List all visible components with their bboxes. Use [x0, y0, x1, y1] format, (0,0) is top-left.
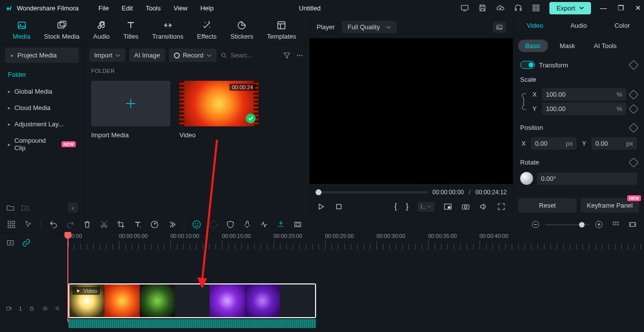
sidebar-item-cloud-media[interactable]: Cloud Media	[0, 100, 84, 116]
keyframe-diamond-icon[interactable]	[629, 90, 639, 100]
keyframe-diamond-icon[interactable]	[629, 123, 639, 133]
transform-toggle[interactable]	[520, 61, 535, 69]
redo-icon[interactable]	[66, 220, 75, 229]
zoom-in-icon[interactable]	[594, 220, 603, 229]
frame-icon[interactable]	[293, 220, 302, 229]
new-bin-icon[interactable]	[21, 203, 30, 212]
pos-x-input[interactable]: 0.00px	[531, 137, 577, 150]
new-folder-icon[interactable]	[6, 203, 15, 212]
grid-view-icon[interactable]	[611, 220, 620, 229]
record-button[interactable]: Record	[169, 49, 216, 62]
add-track-icon[interactable]	[6, 238, 15, 247]
audio-sync-icon[interactable]	[260, 220, 268, 229]
snapshot-button[interactable]	[493, 22, 506, 33]
menu-help[interactable]: Help	[200, 4, 214, 12]
tab-audio[interactable]: Audio	[93, 20, 109, 40]
maximize-button[interactable]: ❐	[618, 4, 624, 12]
menu-edit[interactable]: Edit	[122, 4, 133, 12]
export-button[interactable]: Export	[549, 2, 591, 14]
subtab-ai-tools[interactable]: AI Tools	[587, 40, 624, 52]
quality-select[interactable]: Full Quality	[342, 21, 397, 33]
close-button[interactable]: ✕	[635, 4, 641, 12]
sidebar-header[interactable]: Project Media	[5, 48, 79, 63]
cloud-icon[interactable]	[496, 3, 505, 12]
keyframe-diamond-icon[interactable]	[629, 104, 639, 114]
timeline-clip-video[interactable]: Video	[68, 283, 316, 318]
marker-icon[interactable]	[276, 220, 285, 229]
play-button[interactable]	[317, 202, 325, 211]
tab-titles[interactable]: Titles	[123, 20, 139, 40]
scale-x-input[interactable]: 100.00%	[542, 88, 626, 101]
display-icon[interactable]	[460, 3, 469, 12]
cut-icon[interactable]	[100, 220, 108, 229]
mark-out-button[interactable]: }	[406, 202, 408, 211]
tab-transitions[interactable]: Transitions	[152, 20, 183, 40]
text-icon[interactable]	[133, 220, 142, 229]
tab-templates[interactable]: Templates	[267, 20, 296, 40]
color-wheel-icon[interactable]	[209, 220, 218, 229]
more-tools-icon[interactable]	[167, 220, 176, 229]
keyframe-panel-button[interactable]: Keyframe PanelNEW	[581, 198, 639, 213]
zoom-out-icon[interactable]	[531, 220, 540, 229]
timeline-ruler[interactable]: 00:00 00:00:05:00 00:00:10:00 00:00:15:0…	[67, 233, 644, 251]
filter-icon[interactable]	[282, 51, 291, 60]
import-button[interactable]: Import	[89, 49, 125, 62]
link-icon[interactable]	[22, 238, 31, 247]
rotate-input[interactable]: 0.00°	[537, 172, 637, 185]
timeline-tracks[interactable]: 00:00 00:00:05:00 00:00:10:00 00:00:15:0…	[67, 233, 644, 332]
cursor-icon[interactable]	[24, 220, 33, 229]
apps-icon[interactable]	[532, 3, 540, 12]
subtab-basic[interactable]: Basic	[518, 40, 548, 52]
sidebar-item-compound-clip[interactable]: Compound ClipNEW	[0, 132, 84, 156]
zoom-slider[interactable]	[545, 224, 590, 225]
pos-y-input[interactable]: 0.00px	[591, 137, 637, 150]
save-icon[interactable]	[478, 3, 487, 12]
menu-file[interactable]: File	[99, 4, 109, 12]
sidebar-category-folder[interactable]: Folder	[0, 66, 84, 83]
sidebar-item-adjustment-layer[interactable]: Adjustment Lay...	[0, 116, 84, 132]
menu-tools[interactable]: Tools	[146, 4, 161, 12]
fullscreen-icon[interactable]	[497, 202, 506, 211]
crop-icon[interactable]	[116, 220, 125, 229]
camera-icon[interactable]	[461, 202, 470, 211]
rotate-wheel[interactable]	[520, 172, 533, 185]
delete-icon[interactable]	[83, 220, 92, 229]
minimize-button[interactable]: —	[600, 4, 607, 12]
speed-icon[interactable]	[150, 220, 159, 229]
menu-view[interactable]: View	[173, 4, 187, 12]
preview-scrubber[interactable]	[316, 191, 428, 193]
tab-effects[interactable]: Effects	[197, 20, 217, 40]
import-media-tile[interactable]: Import Media	[91, 81, 170, 139]
mic-icon[interactable]	[243, 220, 252, 229]
sidebar-item-global-media[interactable]: Global Media	[0, 83, 84, 100]
keyframe-diamond-icon[interactable]	[629, 60, 639, 70]
tab-stock-media[interactable]: Stock Media	[44, 20, 80, 40]
pip-icon[interactable]	[443, 202, 452, 211]
inspector-tab-color[interactable]: Color	[600, 16, 644, 35]
mark-in-button[interactable]: {	[394, 202, 397, 211]
media-search[interactable]	[220, 51, 278, 60]
media-clip-video[interactable]: 00:00:24 Video	[179, 81, 259, 139]
reset-button[interactable]: Reset	[518, 198, 577, 213]
inspector-tab-video[interactable]: Video	[513, 16, 557, 35]
support-icon[interactable]	[514, 3, 523, 12]
sidebar-collapse-button[interactable]: ‹	[68, 203, 78, 213]
keyframe-diamond-icon[interactable]	[629, 158, 639, 167]
timeline-clip-audio[interactable]	[68, 319, 316, 328]
fit-icon[interactable]	[628, 220, 637, 229]
layout-icon[interactable]	[7, 220, 16, 229]
search-input[interactable]	[231, 52, 278, 59]
ai-image-button[interactable]: AI Image	[129, 49, 165, 62]
inspector-tab-audio[interactable]: Audio	[557, 16, 600, 35]
stop-button[interactable]	[334, 202, 343, 211]
volume-icon[interactable]	[479, 202, 488, 211]
ai-avatar-icon[interactable]	[192, 220, 201, 229]
more-icon[interactable]	[295, 51, 304, 60]
track-video-icon[interactable]	[6, 304, 12, 313]
tab-stickers[interactable]: Stickers	[230, 20, 253, 40]
track-visibility-icon[interactable]	[42, 304, 48, 313]
track-lock-icon[interactable]	[29, 304, 35, 313]
link-xy-icon[interactable]	[520, 93, 527, 111]
tab-media[interactable]: Media	[13, 20, 30, 40]
insert-mode-button[interactable]: I⎵	[418, 202, 434, 212]
